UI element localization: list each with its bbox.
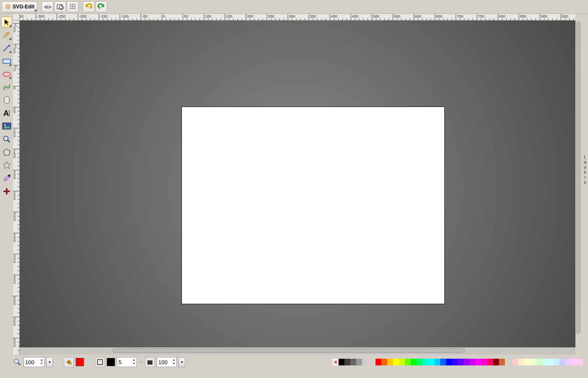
- palette-swatch[interactable]: [387, 359, 393, 365]
- palette-swatch[interactable]: [554, 359, 559, 365]
- redo-icon: [97, 3, 105, 10]
- palette-swatch[interactable]: [458, 359, 464, 365]
- palette-swatch[interactable]: [356, 359, 362, 365]
- wireframe-button[interactable]: [54, 1, 66, 12]
- palette-swatch[interactable]: [542, 359, 548, 365]
- rect-icon: [2, 58, 11, 65]
- stroke-tool[interactable]: [95, 357, 105, 367]
- fill-icon: [66, 359, 72, 365]
- zoom-value: 100: [25, 359, 34, 365]
- palette-swatch[interactable]: [452, 359, 458, 365]
- eyedropper-tool[interactable]: [1, 172, 12, 184]
- line-tool[interactable]: [1, 42, 12, 54]
- star-tool[interactable]: [1, 159, 12, 171]
- zoom-dropdown[interactable]: ▾: [46, 357, 53, 367]
- palette-swatch[interactable]: [481, 359, 487, 365]
- palette-swatch[interactable]: [375, 359, 381, 365]
- stroke-color-well[interactable]: [107, 358, 115, 366]
- pan-tool[interactable]: [1, 185, 12, 197]
- palette-swatch[interactable]: [350, 359, 356, 365]
- palette-swatch[interactable]: [464, 359, 470, 365]
- palette-swatch[interactable]: [536, 359, 542, 365]
- palette-swatch[interactable]: [399, 359, 405, 365]
- svg-canvas[interactable]: [181, 107, 445, 304]
- logo-icon: [5, 3, 11, 10]
- palette-swatch[interactable]: [344, 359, 350, 365]
- main-menu-button[interactable]: SVG-Edit: [2, 1, 37, 12]
- stroke-style-button[interactable]: [145, 357, 155, 367]
- svg-marker-32: [3, 162, 10, 169]
- top-toolbar: SVG-Edit <s>: [0, 0, 588, 14]
- palette-swatch[interactable]: [548, 359, 554, 365]
- text-tool[interactable]: A: [1, 107, 12, 119]
- polygon-tool[interactable]: [1, 146, 12, 158]
- show-grid-button[interactable]: [67, 1, 79, 12]
- svg-line-6: [9, 8, 10, 9]
- fill-tool[interactable]: [64, 357, 74, 367]
- opacity-dropdown[interactable]: ▾: [178, 357, 185, 367]
- svg-point-29: [3, 136, 8, 141]
- scrollbar-thumb[interactable]: [576, 21, 580, 334]
- layers-panel-tab[interactable]: Layers: [582, 21, 588, 355]
- palette-swatch[interactable]: [512, 359, 518, 365]
- redo-button[interactable]: [95, 1, 107, 12]
- palette-swatch[interactable]: [381, 359, 387, 365]
- palette-swatch[interactable]: [565, 359, 571, 365]
- svg-point-36: [70, 363, 72, 365]
- scrollbar-thumb[interactable]: [112, 348, 465, 353]
- palette-swatch[interactable]: [440, 359, 446, 365]
- shapelib-tool[interactable]: [1, 94, 12, 106]
- zoom-input[interactable]: 100▲▼: [24, 357, 45, 367]
- palette-swatch[interactable]: [423, 359, 428, 365]
- palette-swatch[interactable]: [417, 359, 423, 365]
- palette-swatch[interactable]: [524, 359, 530, 365]
- select-tool[interactable]: [1, 16, 12, 28]
- edit-source-button[interactable]: <s>: [42, 1, 53, 12]
- opacity-input[interactable]: 100▲▼: [157, 357, 177, 367]
- palette-swatch[interactable]: [411, 359, 417, 365]
- pencil-tool[interactable]: [1, 29, 12, 41]
- svg-point-28: [4, 124, 6, 126]
- palette-swatch[interactable]: [405, 359, 411, 365]
- palette-swatch[interactable]: [446, 359, 452, 365]
- image-icon: [2, 123, 11, 130]
- fill-color-well[interactable]: [76, 358, 84, 366]
- palette-swatch[interactable]: [571, 359, 577, 365]
- scrollbar-horizontal[interactable]: [20, 347, 575, 355]
- undo-button[interactable]: [83, 1, 94, 12]
- palette-swatch[interactable]: [362, 359, 368, 365]
- palette-swatch[interactable]: [393, 359, 399, 365]
- line-icon: [3, 44, 11, 52]
- palette-swatch[interactable]: [518, 359, 524, 365]
- ellipse-tool[interactable]: [1, 68, 12, 80]
- palette-swatch[interactable]: [339, 359, 344, 365]
- stroke-width-input[interactable]: 5▲▼: [117, 357, 137, 367]
- eyedropper-icon: [3, 174, 11, 182]
- zoom-tool[interactable]: [1, 133, 12, 145]
- palette-swatch[interactable]: [559, 359, 565, 365]
- scrollbar-vertical[interactable]: [575, 21, 582, 355]
- canvas-workarea[interactable]: [20, 21, 575, 355]
- palette-swatch[interactable]: [434, 359, 440, 365]
- palette-swatch[interactable]: [475, 359, 481, 365]
- arrow-icon: →: [139, 360, 143, 365]
- source-icon: <s>: [44, 3, 51, 10]
- tools-sidebar: A: [0, 14, 13, 355]
- rect-tool[interactable]: [1, 55, 12, 67]
- palette-swatch[interactable]: ×: [333, 359, 339, 365]
- path-icon: [3, 83, 11, 91]
- palette-swatch[interactable]: [493, 359, 499, 365]
- palette-swatch[interactable]: [499, 359, 505, 365]
- palette-swatch[interactable]: [470, 359, 475, 365]
- cylinder-icon: [3, 96, 10, 104]
- palette-swatch[interactable]: [428, 359, 434, 365]
- svg-point-0: [7, 5, 9, 8]
- svg-point-23: [3, 72, 10, 76]
- zoom-icon: [13, 357, 22, 367]
- arrow-icon: [3, 18, 10, 26]
- palette-swatch[interactable]: [530, 359, 536, 365]
- image-tool[interactable]: [1, 120, 12, 132]
- palette-swatch[interactable]: [487, 359, 493, 365]
- path-tool[interactable]: [1, 81, 12, 93]
- palette-swatch[interactable]: [577, 359, 583, 365]
